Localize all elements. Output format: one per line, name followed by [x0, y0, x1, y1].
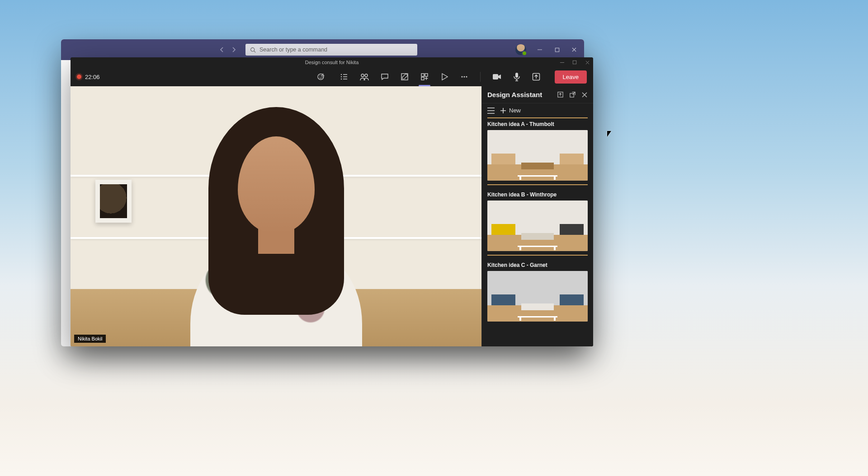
meeting-timer: 22:06	[85, 74, 100, 80]
new-button-label: New	[509, 107, 521, 114]
card-divider	[487, 184, 588, 185]
svg-point-4	[319, 75, 320, 76]
svg-rect-13	[425, 74, 428, 76]
recording-dot-icon	[77, 75, 81, 79]
svg-rect-14	[421, 77, 424, 80]
svg-rect-19	[515, 73, 518, 78]
svg-point-6	[340, 74, 341, 75]
participants-button[interactable]	[360, 73, 369, 81]
window-close-button[interactable]	[571, 46, 578, 53]
meeting-title: Design consult for Nikita	[305, 60, 359, 65]
panel-popout-button[interactable]	[569, 91, 576, 98]
participant-video-feed: Nikita Bokil	[71, 86, 481, 346]
design-card[interactable]: Kitchen idea B - Winthrope	[487, 191, 588, 256]
svg-point-9	[361, 74, 364, 77]
apps-button[interactable]	[420, 73, 429, 81]
recording-indicator: 22:06	[77, 74, 100, 80]
design-card-label: Kitchen idea B - Winthrope	[487, 191, 588, 198]
design-card-thumbnail	[487, 271, 588, 322]
window-maximize-button[interactable]	[553, 46, 561, 53]
svg-rect-2	[573, 61, 576, 64]
svg-point-8	[340, 79, 341, 79]
new-design-button[interactable]: New	[500, 107, 521, 114]
reactions-button[interactable]	[317, 73, 328, 81]
meeting-minimize-button[interactable]	[559, 59, 565, 65]
participant-name-tag: Nikita Bokil	[74, 335, 106, 343]
search-icon	[250, 47, 256, 53]
panel-menu-button[interactable]	[487, 107, 495, 114]
command-search-input[interactable]: Search or type a command	[245, 44, 417, 56]
card-divider	[487, 255, 588, 256]
meeting-window: Design consult for Nikita 22:06	[71, 57, 593, 346]
nav-back-button[interactable]	[219, 47, 225, 52]
svg-rect-12	[421, 74, 424, 76]
view-list-button[interactable]	[340, 73, 348, 81]
mic-toggle-button[interactable]	[513, 72, 520, 81]
mouse-cursor-icon	[607, 131, 611, 137]
camera-toggle-button[interactable]	[492, 73, 501, 80]
leave-button[interactable]: Leave	[555, 70, 587, 84]
svg-point-7	[340, 76, 341, 77]
profile-avatar[interactable]	[515, 44, 526, 55]
design-cards-list: Kitchen idea A - ThumboltKitchen idea B …	[482, 118, 593, 346]
svg-point-0	[251, 47, 255, 51]
search-placeholder-text: Search or type a command	[259, 47, 327, 53]
plus-icon	[500, 107, 506, 114]
nav-forward-button[interactable]	[231, 47, 236, 52]
background-photo-frame	[95, 180, 132, 223]
side-panel-title: Design Assistant	[487, 91, 552, 98]
more-actions-button[interactable]	[460, 73, 468, 81]
chat-button[interactable]	[381, 73, 389, 81]
notes-button[interactable]	[401, 73, 409, 81]
svg-rect-18	[493, 74, 498, 79]
design-card[interactable]: Kitchen idea A - Thumbolt	[487, 121, 588, 185]
meeting-close-button[interactable]	[584, 59, 590, 65]
design-card-thumbnail	[487, 201, 588, 251]
meeting-maximize-button[interactable]	[571, 59, 578, 65]
window-minimize-button[interactable]	[536, 46, 543, 53]
toolbar-divider	[480, 72, 481, 82]
svg-point-3	[318, 74, 324, 80]
background-secondary-app	[64, 60, 71, 345]
svg-point-10	[365, 74, 368, 77]
design-card-label: Kitchen idea A - Thumbolt	[487, 121, 588, 127]
panel-popout-up-button[interactable]	[557, 91, 564, 98]
side-panel: Design Assistant New	[481, 86, 593, 346]
meeting-titlebar: Design consult for Nikita	[71, 57, 593, 67]
panel-close-button[interactable]	[581, 92, 588, 98]
svg-point-17	[466, 76, 467, 78]
stream-button[interactable]	[440, 73, 448, 81]
share-screen-button[interactable]	[532, 73, 540, 81]
design-card-thumbnail	[487, 130, 588, 181]
svg-rect-1	[555, 48, 559, 51]
design-card-label: Kitchen idea C - Garnet	[487, 262, 588, 268]
svg-point-15	[461, 76, 462, 78]
design-card[interactable]: Kitchen idea C - Garnet	[487, 262, 588, 322]
svg-point-16	[463, 76, 465, 78]
meeting-toolbar: 22:06	[71, 67, 593, 86]
